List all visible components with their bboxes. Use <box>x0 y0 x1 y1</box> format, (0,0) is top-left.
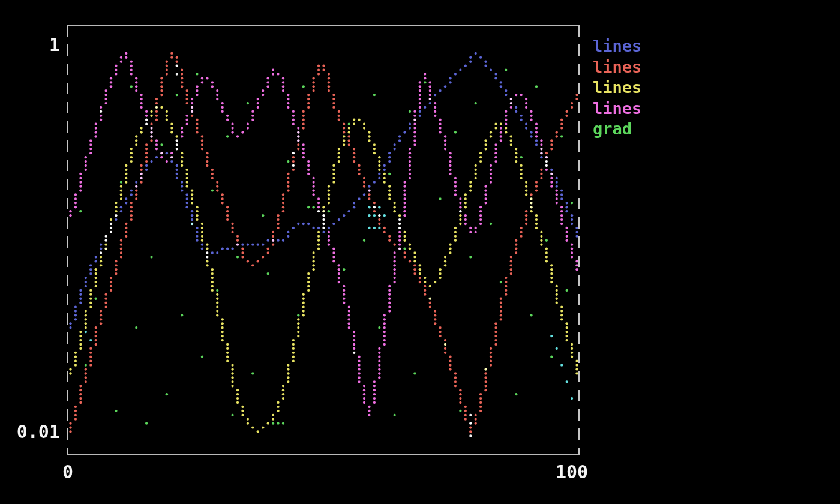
plot-border-right <box>578 25 580 455</box>
plot-border-top <box>67 25 580 26</box>
plot-border-bottom <box>67 454 580 455</box>
x-axis-label-max: 100 <box>542 463 602 482</box>
legend-item-lines-0: lines <box>593 36 641 57</box>
x-axis-label-min: 0 <box>50 463 86 482</box>
legend: lineslineslineslinesgrad <box>593 36 641 140</box>
terminal-plot-screen: 1 0.01 0 100 lineslineslineslinesgrad <box>0 0 840 504</box>
plot-border-left <box>67 25 68 455</box>
legend-item-lines-2: lines <box>593 77 641 98</box>
legend-item-lines-3: lines <box>593 98 641 119</box>
legend-item-grad-4: grad <box>593 119 641 140</box>
y-axis-label-max: 1 <box>0 35 60 55</box>
y-axis-label-min: 0.01 <box>0 422 60 442</box>
plot-canvas <box>0 0 840 504</box>
legend-item-lines-1: lines <box>593 57 641 78</box>
